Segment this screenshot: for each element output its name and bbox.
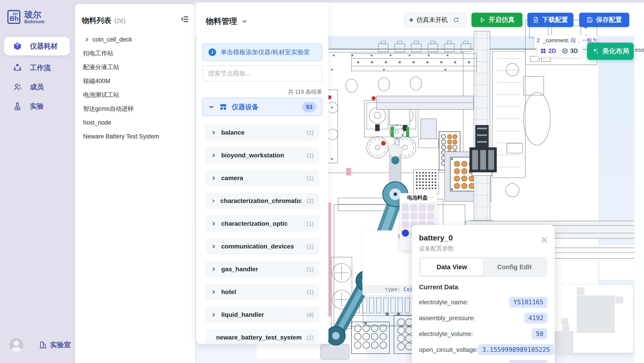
tab-config-edit[interactable]: Config Edit [483, 258, 546, 276]
beautify-layout-button[interactable]: 美化布局 [587, 43, 634, 60]
start-simulation-button[interactable]: 开启仿真 [472, 13, 522, 27]
template-item-6[interactable]: gas_handler (1) [206, 261, 319, 277]
material-list-header: 物料列表 (26) [82, 16, 126, 26]
template-item-7[interactable]: hotel (1) [206, 284, 319, 300]
minimap-shape [561, 318, 568, 324]
minimap[interactable] [554, 285, 633, 353]
tray-slot[interactable] [402, 213, 409, 220]
panel-title-dropdown[interactable]: 物料管理 [206, 16, 248, 26]
lab-switcher[interactable]: 实验室 [39, 340, 71, 350]
tab-data-view[interactable]: Data View [420, 258, 483, 276]
status-dot-icon [410, 18, 413, 22]
battery-tray-title: 电池料盘 [407, 194, 428, 201]
field-row-3: open_circuit_voltage: 3.1559998989105225 [419, 342, 548, 358]
tray-slot-selected-battery[interactable] [402, 230, 409, 237]
minimap-shape [562, 325, 569, 331]
tray-slot[interactable] [419, 213, 426, 220]
template-item-3[interactable]: characterization_chromatic (2) [206, 193, 319, 209]
tray-menu-icon[interactable]: ••• [428, 195, 434, 200]
save-icon [586, 17, 593, 23]
workflow-icon [13, 63, 22, 72]
field-label: electrolyte_volume: [419, 331, 473, 338]
tray-slot[interactable] [402, 204, 409, 211]
template-item-1[interactable]: bioyond_workstation (1) [206, 147, 319, 163]
sidebar-item-members[interactable]: 成员 [4, 78, 70, 96]
chevron-right-icon [211, 198, 216, 204]
minimap-shape [616, 297, 623, 303]
group-count-badge: 53 [302, 102, 316, 112]
logo-name-zh: 玻尔 [24, 10, 44, 19]
download-file-icon [533, 17, 539, 23]
sidebar-item-instruments[interactable]: 仪器耗材 [4, 37, 70, 55]
popup-title: battery_0 [419, 234, 453, 242]
tree-item-6[interactable]: Neware Battery Test System [75, 129, 195, 143]
tray-slot[interactable] [419, 204, 426, 211]
tree-item-3[interactable]: 电池测试工站 [75, 88, 195, 102]
chevron-down-icon [241, 18, 248, 25]
template-item-9[interactable]: neware_battery_test_system (1) [206, 330, 319, 344]
template-item-5[interactable]: communication_devices (1) [206, 238, 319, 255]
chevron-right-icon [211, 289, 216, 295]
collapse-panel-icon[interactable] [181, 15, 189, 23]
sparkles-icon [592, 47, 599, 55]
view-mode-toggle: 2D 3D [537, 44, 583, 58]
field-value[interactable]: LG000014 [509, 360, 548, 363]
tray-slot[interactable] [427, 213, 434, 220]
right-side-panel-edge[interactable]: esou [634, 20, 644, 363]
chevron-right-icon [211, 175, 216, 181]
members-icon [13, 83, 22, 91]
toggle-3d[interactable]: 3D [559, 45, 581, 57]
template-item-0[interactable]: balance (1) [206, 125, 319, 141]
group-instruments[interactable]: 仪器设备 53 [202, 98, 322, 116]
field-label: data_electrolyte_code: [419, 362, 482, 363]
chevron-right-icon [211, 312, 216, 318]
sidebar-item-workflow[interactable]: 工作流 [4, 58, 70, 77]
right-panel-label-fragment: esou [635, 46, 644, 53]
cube-icon [13, 42, 22, 51]
building-icon [39, 341, 47, 349]
download-config-button[interactable]: 下载配置 [527, 13, 574, 27]
tray-slot[interactable] [410, 204, 418, 211]
search-input[interactable] [202, 65, 322, 81]
tree-item-1[interactable]: 配液分液工站 [75, 60, 195, 74]
chevron-right-icon [211, 267, 216, 272]
tree-item-5[interactable]: host_node [75, 116, 195, 129]
sidebar: 107 Bh 玻尔 Bohrium 仪器耗材 工作流 成员 实验 [0, 0, 74, 363]
template-item-2[interactable]: camera (1) [206, 170, 319, 186]
field-value[interactable]: 50 [532, 328, 548, 339]
grid-2d-icon [540, 48, 546, 54]
popup-field-list: electrolyte_name: YS101165 assembly_pres… [419, 294, 548, 363]
toggle-2d[interactable]: 2D [538, 45, 559, 57]
simulation-status-pill[interactable]: 仿真未开机 [404, 13, 466, 27]
field-value[interactable]: YS101165 [509, 297, 548, 308]
tray-slot[interactable] [402, 221, 409, 228]
logo-name-en: Bohrium [24, 19, 44, 24]
chevron-right-icon [211, 335, 211, 340]
logo-mark: 107 Bh [7, 10, 20, 24]
field-value[interactable]: 3.1559998989105225 [478, 344, 554, 355]
close-icon[interactable] [540, 236, 548, 244]
chevron-right-icon[interactable] [84, 37, 90, 42]
sidebar-item-experiments[interactable]: 实验 [4, 97, 70, 115]
save-config-button[interactable]: 保存配置 [579, 13, 629, 27]
tray-slot[interactable] [427, 204, 434, 211]
chevron-right-icon [211, 153, 216, 158]
tray-slot[interactable] [410, 213, 418, 220]
refresh-icon[interactable] [453, 17, 459, 23]
field-value[interactable]: 4192 [524, 313, 548, 324]
tree-item-2[interactable]: 核磁400M [75, 74, 195, 88]
group-label: 仪器设备 [232, 102, 297, 112]
field-label: electrolyte_name: [419, 299, 468, 306]
avatar[interactable] [10, 338, 23, 352]
template-item-8[interactable]: liquid_handler (4) [206, 307, 319, 323]
chevron-right-icon [211, 130, 216, 135]
template-item-4[interactable]: characterization_optic (1) [206, 216, 319, 232]
minimap-shape [554, 331, 574, 353]
device-config-popup: battery_0 设备配置参数 Data View Config Edit C… [412, 225, 554, 363]
sidebar-footer: 实验室 [0, 335, 74, 355]
tree-item-0[interactable]: 扣电工作站 [75, 46, 195, 60]
app-logo[interactable]: 107 Bh 玻尔 Bohrium [7, 10, 44, 24]
experiment-icon [13, 102, 22, 111]
tree-item-4[interactable]: 智达gcms自动进样 [75, 102, 195, 116]
tree-item-coin-cell-deck[interactable]: coin_cell_deck [75, 32, 195, 46]
